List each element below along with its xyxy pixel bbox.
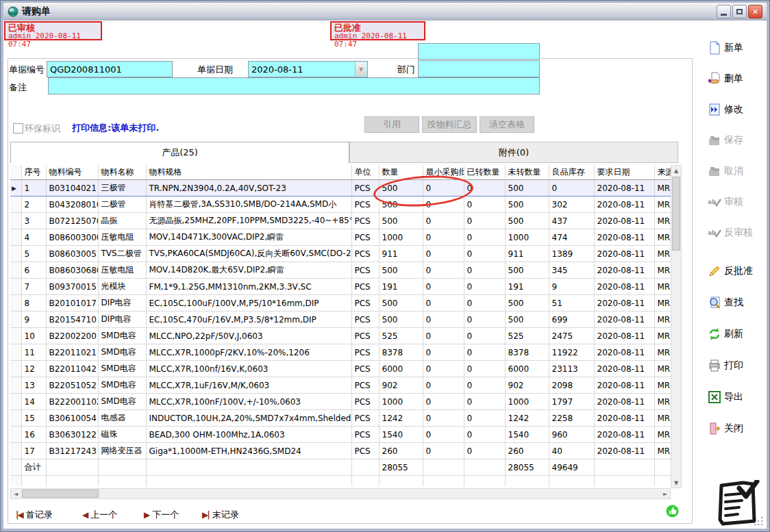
cell-converted[interactable]: 0 — [464, 443, 505, 459]
table-row[interactable]: 14 B2220011020 SMD电容 MLCC,X7R,100nF/100V… — [10, 394, 671, 410]
col-header[interactable]: 单位 — [351, 165, 379, 180]
cell-material-code[interactable]: B0860306800 — [46, 262, 98, 279]
col-header[interactable]: 已转数量 — [464, 165, 505, 180]
cell-unconverted[interactable]: 500 — [505, 262, 549, 279]
cell-unit[interactable]: PCS — [351, 328, 379, 344]
cell-source[interactable]: MR — [654, 295, 671, 312]
cell-material-name[interactable]: 电感器 — [98, 410, 146, 427]
date-combobox[interactable]: 2020-08-11 ▼ — [248, 61, 368, 77]
cell-unit[interactable]: PCS — [351, 229, 379, 246]
table-row[interactable]: ▶ 1 B03104021 三极管 TR.NPN,2N3904,0.2A,40V… — [10, 180, 671, 197]
cell-min-batch[interactable]: 0 — [423, 213, 464, 229]
cell-unconverted[interactable]: 8378 — [505, 344, 549, 361]
row-selector[interactable] — [10, 394, 21, 410]
tab-products[interactable]: 产品(25) — [10, 142, 349, 163]
cell-material-spec[interactable]: 无源晶振,25MHZ,20PF,10PPM,SMD3225,-40~+85°C — [146, 213, 351, 229]
cell-material-code[interactable]: B22002200 — [46, 328, 98, 344]
col-header[interactable]: 要求日期 — [594, 165, 654, 180]
cell-stock[interactable]: 9 — [549, 279, 594, 295]
cell-req-date[interactable]: 2020-08-11 — [594, 180, 654, 197]
summarize-by-material-button[interactable]: 按物料汇总 — [422, 116, 477, 133]
cell-req-date[interactable]: 2020-08-11 — [594, 295, 654, 312]
cell-min-batch[interactable]: 0 — [423, 279, 464, 295]
clear-table-button[interactable]: 清空表格 — [480, 116, 534, 133]
table-row[interactable]: 17 B31217243 网络变压器 Giga*1,1000M-ETH,HN24… — [10, 443, 671, 459]
cell-unit[interactable]: PCS — [351, 262, 379, 279]
cell-material-name[interactable]: 压敏电阻 — [98, 262, 146, 279]
cell-seq[interactable]: 7 — [21, 279, 46, 295]
cell-seq[interactable]: 10 — [21, 328, 46, 344]
cell-seq[interactable]: 16 — [21, 427, 46, 443]
cell-min-batch[interactable]: 0 — [423, 410, 464, 427]
cell-min-batch[interactable]: 0 — [423, 246, 464, 262]
cell-stock[interactable]: 23113 — [549, 361, 594, 377]
cell-unit[interactable]: PCS — [351, 443, 379, 459]
cell-material-name[interactable]: SMD电容 — [98, 394, 146, 410]
delete-doc-button[interactable]: 删单 — [708, 71, 769, 87]
table-row[interactable]: 11 B22011021 SMD电容 MLCC,X7R,1000pF/2KV,1… — [10, 344, 671, 361]
cell-qty[interactable]: 500 — [379, 213, 423, 229]
modify-button[interactable]: 修改 — [708, 101, 769, 118]
remark-input[interactable] — [48, 77, 540, 94]
col-header[interactable]: 最小采购批 — [423, 165, 464, 180]
cell-stock[interactable]: 2098 — [549, 377, 594, 394]
cell-unit[interactable]: PCS — [351, 246, 379, 262]
cell-source[interactable]: MR — [654, 180, 671, 197]
cell-source[interactable]: MR — [654, 229, 671, 246]
cell-stock[interactable]: 1389 — [549, 246, 594, 262]
cell-material-name[interactable]: 晶振 — [98, 213, 146, 229]
find-button[interactable]: 查找 — [708, 294, 769, 311]
cell-source[interactable]: MR — [654, 197, 671, 213]
cell-req-date[interactable]: 2020-08-11 — [594, 361, 654, 377]
cell-qty[interactable]: 1540 — [379, 427, 423, 443]
cell-material-name[interactable]: SMD电容 — [98, 344, 146, 361]
row-selector[interactable] — [10, 344, 21, 361]
cell-req-date[interactable]: 2020-08-11 — [594, 229, 654, 246]
cell-material-code[interactable]: B22011042 — [46, 361, 98, 377]
cell-min-batch[interactable]: 0 — [423, 344, 464, 361]
cell-seq[interactable]: 8 — [21, 295, 46, 312]
cell-material-name[interactable]: 压敏电阻 — [98, 229, 146, 246]
table-row[interactable]: 13 B22051052 SMD电容 MLCC,X7R,1uF/16V,M/K,… — [10, 377, 671, 394]
cell-source[interactable]: MR — [654, 361, 671, 377]
cell-unconverted[interactable]: 500 — [505, 180, 549, 197]
cell-converted[interactable]: 0 — [464, 427, 505, 443]
chevron-down-icon[interactable]: ▼ — [355, 62, 367, 76]
cell-req-date[interactable]: 2020-08-11 — [594, 197, 654, 213]
cell-material-spec[interactable]: TVS,PKA60CA(SMDJ60CA),反向关断60V,SMC(DO-214… — [146, 246, 351, 262]
new-doc-button[interactable]: 新单 — [708, 40, 769, 56]
row-selector[interactable] — [10, 229, 21, 246]
cell-qty[interactable]: 1242 — [379, 410, 423, 427]
cell-unit[interactable]: PCS — [351, 394, 379, 410]
minimize-button[interactable] — [717, 5, 731, 18]
cell-req-date[interactable]: 2020-08-11 — [594, 246, 654, 262]
cell-unconverted[interactable]: 6000 — [505, 361, 549, 377]
cell-material-name[interactable]: 网络变压器 — [98, 443, 146, 459]
cell-unit[interactable]: PCS — [351, 279, 379, 295]
cell-unit[interactable]: PCS — [351, 295, 379, 312]
cell-source[interactable]: MR — [654, 443, 671, 459]
cell-req-date[interactable]: 2020-08-11 — [594, 262, 654, 279]
eco-checkbox[interactable] — [13, 123, 23, 134]
cell-material-name[interactable]: 三极管 — [98, 180, 146, 197]
nav-last-button[interactable]: ▶| 末记录 — [202, 509, 239, 521]
cell-qty[interactable]: 6000 — [379, 361, 423, 377]
cell-stock[interactable]: 437 — [549, 213, 594, 229]
cell-stock[interactable]: 474 — [549, 229, 594, 246]
cell-unit[interactable]: PCS — [351, 427, 379, 443]
cell-material-code[interactable]: B22051052 — [46, 377, 98, 394]
row-selector[interactable] — [10, 427, 21, 443]
col-header[interactable]: 物料名称 — [98, 165, 146, 180]
cell-material-code[interactable]: B0721250701 — [46, 213, 98, 229]
cell-source[interactable]: MR — [654, 377, 671, 394]
cell-unit[interactable]: PCS — [351, 213, 379, 229]
cell-material-spec[interactable]: MLCC,NPO,22pF/50V,J,0603 — [146, 328, 351, 344]
cell-material-spec[interactable]: BEAD,300 OHM-100Mhz,1A,0603 — [146, 427, 351, 443]
cell-min-batch[interactable]: 0 — [423, 295, 464, 312]
cell-source[interactable]: MR — [654, 279, 671, 295]
cell-converted[interactable]: 0 — [464, 197, 505, 213]
cell-seq[interactable]: 3 — [21, 213, 46, 229]
maximize-button[interactable] — [732, 5, 747, 18]
cell-converted[interactable]: 0 — [464, 328, 505, 344]
cell-source[interactable]: MR — [654, 312, 671, 328]
